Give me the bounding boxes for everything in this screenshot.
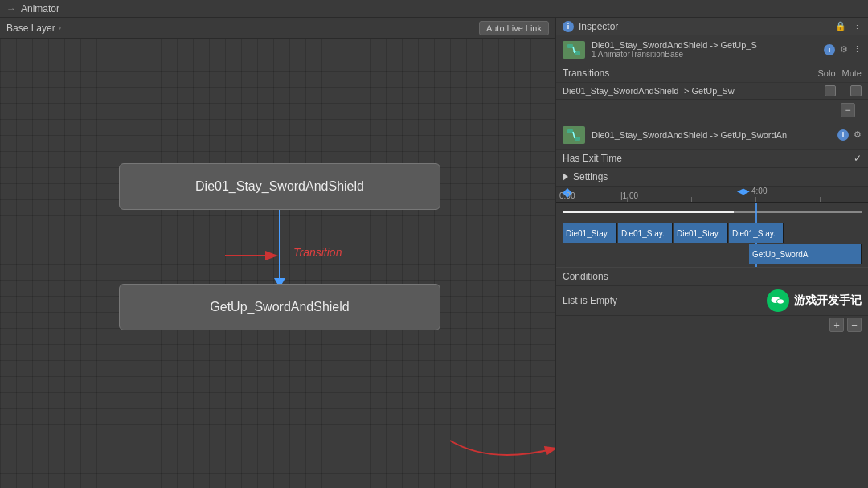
ruler-mark-4: 4:00	[751, 187, 767, 195]
svg-rect-7	[567, 129, 573, 133]
solo-label: Solo	[818, 68, 836, 78]
animator-base-label: 1 AnimatorTransitionBase	[592, 50, 757, 59]
tick-2	[691, 197, 692, 202]
menu-icon2[interactable]: ⋮	[853, 44, 862, 55]
transition-icon	[563, 41, 585, 59]
remove-transition-btn[interactable]: −	[841, 103, 855, 117]
has-exit-time-label: Has Exit Time	[563, 153, 854, 164]
menu-icon[interactable]: ⋮	[853, 21, 862, 31]
clip-die01-1: Die01_Stay.	[563, 223, 617, 243]
timeline-track: Die01_Stay. Die01_Stay. Die01_Stay. Die0…	[556, 203, 868, 267]
minus-row: −	[556, 100, 868, 121]
ruler-mark-1: |1:00	[620, 191, 638, 200]
clip-die01-3: Die01_Stay.	[674, 223, 728, 243]
tick-1	[627, 197, 628, 202]
transition-heading: Die01_Stay_SwordAndShield -> GetUp_S	[592, 40, 757, 50]
mute-label: Mute	[842, 68, 862, 78]
ruler-mark-0: 0:00	[559, 191, 575, 200]
inspector-title: Inspector	[579, 21, 618, 32]
transition-detail-label: Die01_Stay_SwordAndShield -> GetUp_Sword…	[592, 130, 831, 140]
wechat-watermark: 游戏开发手记	[767, 289, 862, 312]
conditions-empty-row: List is Empty 游戏开发手记	[556, 286, 868, 316]
clips-row1: Die01_Stay. Die01_Stay. Die01_Stay. Die0…	[563, 223, 784, 243]
info-icon3: i	[837, 129, 849, 141]
track-highlight	[563, 211, 734, 213]
settings-label: Settings	[573, 171, 608, 182]
svg-point-14	[777, 299, 784, 304]
transitions-section-right: Solo Mute	[818, 68, 862, 78]
arrow-icon: →	[6, 3, 16, 14]
conditions-label: Conditions	[563, 271, 608, 282]
transitions-section-header: Transitions Solo Mute	[556, 64, 868, 83]
has-exit-time-row: Has Exit Time ✓	[556, 150, 868, 168]
state-node-die01[interactable]: Die01_Stay_SwordAndShield	[119, 163, 440, 210]
red-arrow-conditions	[442, 433, 555, 473]
transition-row-label: Die01_Stay_SwordAndShield -> GetUp_Sw	[563, 86, 820, 96]
svg-rect-3	[567, 44, 573, 48]
transition-label: Transition	[293, 246, 342, 259]
solo-checkbox[interactable]	[825, 85, 836, 96]
inspector-panel: i Inspector 🔒 ⋮ D	[556, 18, 868, 488]
info-icon: i	[563, 21, 574, 32]
state1-label: Die01_Stay_SwordAndShield	[195, 179, 364, 194]
transition-detail-icons: i ⚙	[837, 129, 862, 141]
breadcrumb-label: Base Layer	[6, 23, 55, 34]
tick-0	[563, 197, 563, 202]
remove-condition-btn[interactable]: −	[847, 318, 862, 332]
wechat-icon	[767, 289, 789, 312]
inspector-header: i Inspector 🔒 ⋮	[556, 18, 868, 35]
animator-panel: Base Layer › Auto Live Link Die01_Stay_S…	[0, 18, 556, 488]
breadcrumb-left: Base Layer ›	[6, 23, 61, 34]
tick-3	[755, 197, 756, 202]
inspector-top-right-icons: i ⚙ ⋮	[824, 44, 862, 55]
list-empty-label: List is Empty	[563, 295, 759, 306]
transition-second-info: Die01_Stay_SwordAndShield -> GetUp_Sword…	[556, 121, 868, 150]
breadcrumb-bar: Base Layer › Auto Live Link	[0, 18, 555, 39]
clip-die01-4: Die01_Stay.	[729, 223, 784, 243]
chevron-icon: ›	[59, 23, 61, 32]
animator-title: Animator	[21, 3, 59, 14]
tick-4	[820, 197, 821, 202]
clip-getup: GetUp_SwordA	[749, 244, 862, 264]
settings-row[interactable]: Settings	[556, 168, 868, 187]
main-area: Base Layer › Auto Live Link Die01_Stay_S…	[0, 18, 868, 488]
conditions-section-header: Conditions	[556, 267, 868, 286]
settings-icon-top[interactable]: ⚙	[840, 44, 848, 55]
transitions-label: Transitions	[563, 68, 609, 79]
add-remove-row: + −	[556, 316, 868, 334]
playhead-4: ◀▶ 4:00	[737, 187, 767, 195]
watermark-text: 游戏开发手记	[794, 293, 862, 308]
timeline-ruler[interactable]: 0:00 |1:00 ◀▶ 4:00	[556, 187, 868, 203]
wechat-svg	[771, 293, 785, 308]
clip-die01-2: Die01_Stay.	[618, 223, 673, 243]
transition-top-info: Die01_Stay_SwordAndShield -> GetUp_S 1 A…	[556, 35, 868, 64]
inspector-header-left: i Inspector	[563, 21, 618, 32]
transition-detail-block: Die01_Stay_SwordAndShield -> GetUp_Sword…	[592, 130, 831, 140]
settings-icon2[interactable]: ⚙	[854, 129, 862, 141]
lock-icon: 🔒	[835, 21, 846, 31]
transition-text: Transition	[293, 246, 342, 259]
canvas-area[interactable]: Die01_Stay_SwordAndShield Transition	[0, 39, 555, 488]
add-condition-btn[interactable]: +	[829, 318, 844, 332]
transition-list-row[interactable]: Die01_Stay_SwordAndShield -> GetUp_Sw	[556, 83, 868, 100]
transition-title-block: Die01_Stay_SwordAndShield -> GetUp_S 1 A…	[592, 40, 757, 59]
clip-getup-label: GetUp_SwordA	[752, 250, 808, 259]
inspector-content: Die01_Stay_SwordAndShield -> GetUp_S 1 A…	[556, 35, 868, 488]
transition-svg-icon	[566, 42, 582, 58]
mute-checkbox[interactable]	[850, 85, 862, 96]
top-bar-left: → Animator	[0, 0, 66, 17]
info-icon2: i	[824, 44, 835, 55]
exit-time-check[interactable]: ✓	[854, 153, 862, 164]
transition-arrow	[0, 39, 555, 488]
state2-label: GetUp_SwordAndShield	[210, 300, 349, 314]
transition-icon2	[563, 126, 585, 144]
state-node-getup[interactable]: GetUp_SwordAndShield	[119, 284, 440, 330]
triangle-icon	[563, 173, 568, 181]
auto-live-link-button[interactable]: Auto Live Link	[479, 21, 549, 35]
clips-row2: GetUp_SwordA	[749, 244, 862, 264]
transition-svg-icon2	[566, 127, 582, 143]
inspector-header-right: 🔒 ⋮	[835, 21, 862, 31]
top-bar: → Animator	[0, 0, 868, 18]
